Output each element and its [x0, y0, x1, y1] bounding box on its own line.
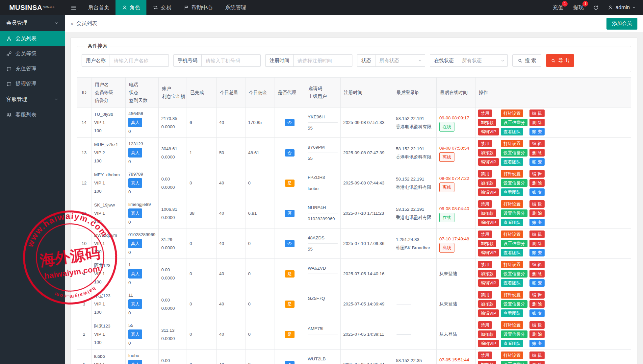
action-edit-button[interactable]: 编 辑 [529, 231, 545, 238]
reg-time-input[interactable] [293, 54, 352, 67]
action-disable-button[interactable]: 禁用 [478, 140, 492, 147]
menu-toggle[interactable] [65, 0, 82, 15]
action-edit-vip-button[interactable]: 编辑VIP [478, 188, 499, 196]
sidebar-item-member-list[interactable]: 会员列表 [0, 31, 65, 46]
refresh-button[interactable] [588, 0, 603, 15]
sidebar-item-member-level[interactable]: 会员等级 [0, 46, 65, 61]
action-balance-change-button[interactable]: 账 变 [529, 309, 545, 317]
action-delete-button[interactable]: 删 除 [529, 209, 545, 217]
action-edit-button[interactable]: 编 辑 [529, 352, 545, 359]
action-delete-button[interactable]: 删 除 [529, 179, 545, 187]
action-set-credit-score-button[interactable]: 设置信誉分 [501, 209, 527, 217]
topnav-item-system[interactable]: 系统管理 [219, 0, 252, 15]
topnav-item-trade[interactable]: 交易 [146, 0, 177, 15]
action-edit-button[interactable]: 编 辑 [529, 170, 545, 178]
action-set-credit-score-button[interactable]: 设置信誉分 [501, 330, 527, 338]
action-edit-button[interactable]: 编 辑 [529, 321, 545, 329]
action-disable-button[interactable]: 禁用 [478, 170, 492, 178]
action-add-deduction-button[interactable]: 加扣款 [478, 361, 496, 364]
action-inject-setting-button[interactable]: 打针设置 [501, 140, 523, 147]
action-add-deduction-button[interactable]: 加扣款 [478, 330, 496, 338]
export-button[interactable]: 导 出 [546, 54, 574, 67]
action-view-team-button[interactable]: 查看团队 [501, 249, 523, 256]
action-inject-setting-button[interactable]: 打针设置 [501, 170, 523, 178]
action-set-credit-score-button[interactable]: 设置信誉分 [501, 361, 527, 364]
sidebar-item-customer-service-list[interactable]: 客服列表 [0, 107, 65, 122]
action-edit-vip-button[interactable]: 编辑VIP [478, 219, 499, 226]
action-disable-button[interactable]: 禁用 [478, 261, 492, 268]
topnav-item-role[interactable]: 角色 [116, 0, 146, 15]
action-view-team-button[interactable]: 查看团队 [501, 158, 523, 166]
action-delete-button[interactable]: 删 除 [529, 270, 545, 278]
user-menu[interactable]: admin [603, 0, 640, 15]
online-status-select[interactable]: 所有状态 [458, 54, 508, 67]
action-disable-button[interactable]: 禁用 [478, 321, 492, 329]
action-view-team-button[interactable]: 查看团队 [501, 279, 523, 287]
action-delete-button[interactable]: 删 除 [529, 240, 545, 247]
search-button[interactable]: 搜 索 [512, 54, 541, 67]
action-view-team-button[interactable]: 查看团队 [501, 340, 523, 347]
action-edit-vip-button[interactable]: 编辑VIP [478, 340, 499, 347]
topnav-item-help-center[interactable]: 帮助中心 [177, 0, 219, 15]
add-member-button[interactable]: 添加会员 [606, 18, 637, 30]
action-edit-button[interactable]: 编 辑 [529, 261, 545, 268]
action-edit-vip-button[interactable]: 编辑VIP [478, 309, 499, 317]
action-disable-button[interactable]: 禁用 [478, 200, 492, 208]
action-inject-setting-button[interactable]: 打针设置 [501, 231, 523, 238]
action-balance-change-button[interactable]: 账 变 [529, 188, 545, 196]
username-input[interactable] [110, 54, 169, 67]
action-add-deduction-button[interactable]: 加扣款 [478, 240, 496, 247]
action-edit-vip-button[interactable]: 编辑VIP [478, 158, 499, 166]
action-edit-button[interactable]: 编 辑 [529, 291, 545, 299]
action-delete-button[interactable]: 删 除 [529, 119, 545, 126]
action-inject-setting-button[interactable]: 打针设置 [501, 261, 523, 268]
phone-input[interactable] [201, 54, 261, 67]
action-balance-change-button[interactable]: 账 变 [529, 128, 545, 135]
action-view-team-button[interactable]: 查看团队 [501, 309, 523, 317]
action-delete-button[interactable]: 删 除 [529, 300, 545, 308]
action-set-credit-score-button[interactable]: 设置信誉分 [501, 240, 527, 247]
action-inject-setting-button[interactable]: 打针设置 [501, 200, 523, 208]
action-add-deduction-button[interactable]: 加扣款 [478, 270, 496, 278]
action-delete-button[interactable]: 删 除 [529, 149, 545, 157]
action-view-team-button[interactable]: 查看团队 [501, 128, 523, 135]
action-inject-setting-button[interactable]: 打针设置 [501, 109, 523, 117]
action-edit-button[interactable]: 编 辑 [529, 109, 545, 117]
action-disable-button[interactable]: 禁用 [478, 109, 492, 117]
action-add-deduction-button[interactable]: 加扣款 [478, 209, 496, 217]
sidebar-group-member-management[interactable]: 会员管理 [0, 15, 65, 31]
action-edit-button[interactable]: 编 辑 [529, 140, 545, 147]
action-edit-vip-button[interactable]: 编辑VIP [478, 249, 499, 256]
action-inject-setting-button[interactable]: 打针设置 [501, 352, 523, 359]
action-inject-setting-button[interactable]: 打针设置 [501, 291, 523, 299]
withdraw-button[interactable]: 提现1 [568, 0, 588, 15]
action-balance-change-button[interactable]: 账 变 [529, 340, 545, 347]
action-add-deduction-button[interactable]: 加扣款 [478, 119, 496, 126]
action-add-deduction-button[interactable]: 加扣款 [478, 300, 496, 308]
action-disable-button[interactable]: 禁用 [478, 291, 492, 299]
sidebar-item-withdraw-management[interactable]: 提现管理 [0, 76, 65, 91]
action-balance-change-button[interactable]: 账 变 [529, 249, 545, 256]
action-view-team-button[interactable]: 查看团队 [501, 188, 523, 196]
action-add-deduction-button[interactable]: 加扣款 [478, 149, 496, 157]
sidebar-item-recharge-management[interactable]: 充值管理 [0, 61, 65, 76]
action-inject-setting-button[interactable]: 打针设置 [501, 321, 523, 329]
action-set-credit-score-button[interactable]: 设置信誉分 [501, 300, 527, 308]
action-set-credit-score-button[interactable]: 设置信誉分 [501, 270, 527, 278]
action-edit-vip-button[interactable]: 编辑VIP [478, 279, 499, 287]
action-edit-vip-button[interactable]: 编辑VIP [478, 128, 499, 135]
topnav-item-home[interactable]: 后台首页 [82, 0, 116, 15]
recharge-button[interactable]: 充值1 [548, 0, 568, 15]
sidebar-group-customer-service[interactable]: 客服管理 [0, 91, 65, 107]
action-add-deduction-button[interactable]: 加扣款 [478, 179, 496, 187]
action-balance-change-button[interactable]: 账 变 [529, 158, 545, 166]
action-set-credit-score-button[interactable]: 设置信誉分 [501, 149, 527, 157]
action-set-credit-score-button[interactable]: 设置信誉分 [501, 179, 527, 187]
status-select[interactable]: 所有状态 [375, 54, 425, 67]
action-delete-button[interactable]: 删 除 [529, 361, 545, 364]
action-view-team-button[interactable]: 查看团队 [501, 219, 523, 226]
action-disable-button[interactable]: 禁用 [478, 231, 492, 238]
action-set-credit-score-button[interactable]: 设置信誉分 [501, 119, 527, 126]
action-edit-button[interactable]: 编 辑 [529, 200, 545, 208]
action-balance-change-button[interactable]: 账 变 [529, 279, 545, 287]
